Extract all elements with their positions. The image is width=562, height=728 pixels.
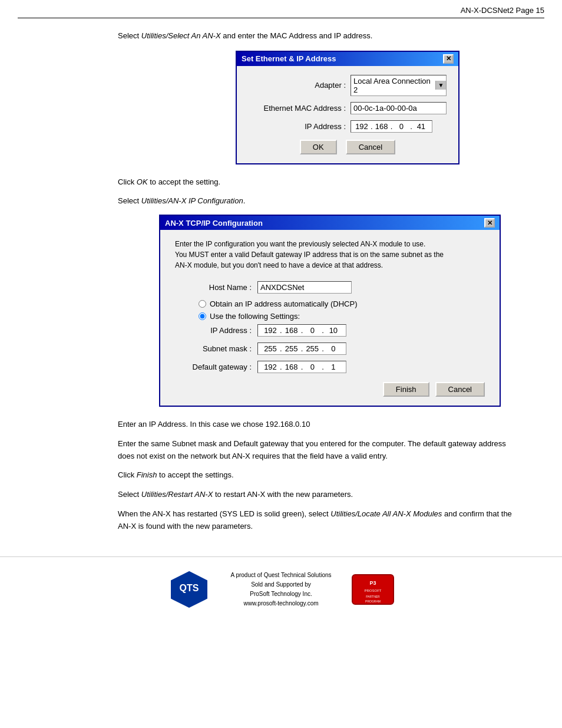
svg-text:P3: P3	[369, 580, 376, 586]
ip-octet-3: 0	[393, 122, 409, 131]
gateway-1: 192	[262, 363, 279, 371]
tcpip-ip-4: 10	[325, 326, 342, 335]
footer-sold: Sold and Supported by	[251, 581, 311, 588]
prosoft-logo: P3 PROSOFT PARTNER PROGRAM	[349, 572, 396, 607]
tcpip-cancel-button[interactable]: Cancel	[435, 382, 485, 397]
static-radio[interactable]	[199, 312, 206, 320]
adapter-dropdown[interactable]: Local Area Connection 2 ▼	[351, 75, 447, 96]
subnet-2: 255	[283, 344, 300, 353]
subnet-1: 255	[262, 344, 279, 353]
tcpip-close-button[interactable]: ✕	[484, 218, 495, 228]
restart-italic: Utilities/Restart AN-X	[141, 490, 213, 499]
tcpip-titlebar: AN-X TCP/IP Configuration ✕	[160, 216, 500, 230]
ethernet-cancel-button[interactable]: Cancel	[346, 140, 395, 154]
subnet-3: 255	[303, 344, 321, 353]
gateway-2: 168	[283, 363, 300, 371]
tcpip-ip-2: 168	[283, 326, 300, 335]
ethernet-ok-button[interactable]: OK	[300, 140, 337, 154]
finish-button[interactable]: Finish	[383, 382, 429, 397]
footer-product: A product of Quest Technical Solutions	[230, 572, 331, 578]
tcpip-dialog: AN-X TCP/IP Configuration ✕ Enter the IP…	[159, 215, 501, 407]
body-text-3: Click Finish to accept the settings.	[118, 469, 515, 482]
mac-row: Ethernet MAC Address :	[249, 102, 447, 114]
body-text-4: Select Utilities/Restart AN-X to restart…	[118, 489, 515, 501]
subnet-label: Subnet mask :	[175, 344, 252, 353]
subnet-row: Subnet mask : 255 . 255 . 255 . 0	[175, 342, 485, 355]
hostname-row: Host Name :	[175, 281, 485, 294]
adapter-dropdown-arrow[interactable]: ▼	[435, 81, 446, 90]
footer-website: www.prosoft-technology.com	[243, 600, 318, 607]
mac-label: Ethernet MAC Address :	[249, 104, 346, 113]
radio-group: Obtain an IP address automatically (DHCP…	[199, 299, 485, 321]
tcpip-button-row: Finish Cancel	[175, 382, 485, 397]
gateway-4: 1	[325, 363, 342, 371]
svg-text:PROSOFT: PROSOFT	[364, 589, 381, 592]
static-label: Use the following Settings:	[210, 312, 300, 321]
tcpip-ip-1: 192	[262, 326, 279, 335]
svg-text:PROGRAM: PROGRAM	[365, 599, 381, 603]
click-ok-paragraph: Click OK to accept the setting.	[118, 176, 515, 189]
ip-row: IP Address : 192 . 168 . 0 . 41	[249, 120, 447, 133]
ethernet-dialog: Set Ethernet & IP Address ✕ Adapter : Lo…	[236, 51, 459, 164]
svg-text:QTS: QTS	[180, 583, 199, 593]
qts-logo: QTS	[166, 569, 213, 610]
select-utilities-italic: Utilities/AN-X IP Configuration	[141, 196, 243, 205]
hostname-label: Host Name :	[175, 283, 252, 292]
tcpip-ip-row: IP Address : 192 . 168 . 0 . 10	[175, 324, 485, 337]
footer-text: A product of Quest Technical Solutions S…	[230, 571, 331, 608]
adapter-value: Local Area Connection 2	[351, 75, 435, 95]
ethernet-button-row: OK Cancel	[249, 140, 447, 154]
gateway-3: 0	[303, 363, 321, 371]
svg-text:PARTNER: PARTNER	[366, 595, 380, 598]
footer: QTS A product of Quest Technical Solutio…	[0, 556, 562, 622]
tcpip-desc: Enter the IP configuration you want the …	[175, 239, 485, 271]
adapter-label: Adapter :	[249, 81, 346, 90]
footer-company: ProSoft Technology Inc.	[250, 591, 312, 597]
dhcp-radio[interactable]	[199, 300, 206, 308]
intro-paragraph: Select Utilities/Select An AN-X and ente…	[118, 30, 515, 42]
body-text-5: When the AN-X has restarted (SYS LED is …	[118, 508, 515, 533]
gateway-group[interactable]: 192 . 168 . 0 . 1	[257, 361, 346, 373]
tcpip-ip-label: IP Address :	[175, 326, 252, 335]
ethernet-dialog-title: Set Ethernet & IP Address	[242, 54, 336, 63]
click-ok-italic: OK	[137, 177, 148, 186]
dhcp-label: Obtain an IP address automatically (DHCP…	[210, 299, 357, 308]
hostname-input[interactable]	[257, 281, 352, 294]
body-text-1: Enter an IP Address. In this case we cho…	[118, 419, 515, 431]
ip-octet-4: 41	[413, 122, 429, 131]
static-radio-row: Use the following Settings:	[199, 312, 485, 321]
ip-label: IP Address :	[249, 122, 346, 131]
subnet-4: 0	[325, 344, 342, 353]
ip-octet-2: 168	[373, 122, 390, 131]
mac-input[interactable]	[351, 102, 447, 114]
header-divider	[18, 18, 544, 18]
select-utilities-paragraph: Select Utilities/AN-X IP Configuration.	[118, 195, 515, 207]
ethernet-close-button[interactable]: ✕	[443, 54, 454, 64]
intro-link: Utilities/Select An AN-X	[141, 31, 221, 40]
tcpip-ip-group[interactable]: 192 . 168 . 0 . 10	[257, 324, 346, 337]
tcpip-ip-3: 0	[303, 326, 321, 335]
body-text-2: Enter the same Subnet mask and Default g…	[118, 438, 515, 463]
tcpip-dialog-title: AN-X TCP/IP Configuration	[165, 219, 263, 228]
page-title: AN-X-DCSNet2 Page 15	[461, 6, 544, 15]
ip-input-group[interactable]: 192 . 168 . 0 . 41	[351, 120, 432, 133]
dhcp-radio-row: Obtain an IP address automatically (DHCP…	[199, 299, 485, 308]
locate-italic: Utilities/Locate All AN-X Modules	[330, 509, 442, 518]
finish-italic: Finish	[137, 470, 157, 479]
adapter-row: Adapter : Local Area Connection 2 ▼	[249, 75, 447, 96]
ip-octet-1: 192	[353, 122, 370, 131]
ethernet-titlebar: Set Ethernet & IP Address ✕	[237, 52, 458, 66]
gateway-label: Default gateway :	[175, 363, 252, 371]
gateway-row: Default gateway : 192 . 168 . 0 . 1	[175, 361, 485, 373]
subnet-group[interactable]: 255 . 255 . 255 . 0	[257, 342, 346, 355]
